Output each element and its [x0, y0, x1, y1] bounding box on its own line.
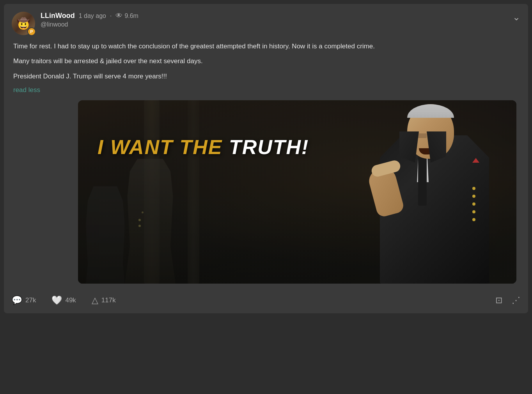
comments-count: 27k [25, 296, 36, 304]
reaction-icon: 🤍 [51, 295, 62, 305]
meme-text: I WANT THE TRUTH! [98, 135, 309, 159]
comment-icon: 💬 [12, 295, 22, 305]
meme-text-part2: TRUTH! [229, 136, 309, 158]
meme-text-part1: I WANT THE [98, 136, 229, 158]
post-paragraph-1: Time for rest. I had to stay up to watch… [13, 41, 520, 51]
post-paragraph-3: President Donald J. Trump will serve 4 m… [13, 71, 520, 82]
avatar[interactable]: P [12, 12, 35, 35]
actions-row: 💬 27k 🤍 49k △ 117k ⊡ ⋰ [12, 291, 520, 305]
parler-badge: P [27, 27, 36, 36]
read-less-button[interactable]: read less [13, 86, 40, 94]
share-icon: ⋰ [512, 295, 520, 305]
repost-action[interactable]: ⊡ [495, 295, 502, 305]
views-number: 9.6m [124, 12, 138, 20]
upvotes-count: 117k [101, 296, 116, 304]
meme-scene: I WANT THE TRUTH! [78, 100, 516, 284]
chevron-down-icon[interactable]: ⌄ [512, 12, 520, 23]
author-name[interactable]: LLinWood [41, 12, 75, 20]
post-header: P LLinWood 1 day ago · 👁 9.6m @linwood [12, 12, 520, 35]
post-paragraph-2: Many traitors will be arrested & jailed … [13, 56, 520, 66]
reactions-action[interactable]: 🤍 49k [51, 295, 76, 305]
share-actions: ⊡ ⋰ [495, 295, 520, 305]
post-time: 1 day ago [79, 12, 106, 20]
views-count: 👁 9.6m [115, 12, 138, 20]
name-row: LLinWood 1 day ago · 👁 9.6m [41, 12, 520, 20]
author-handle[interactable]: @linwood [41, 21, 520, 28]
share-action[interactable]: ⋰ [512, 295, 520, 305]
comments-action[interactable]: 💬 27k [12, 295, 36, 305]
dot-separator: · [110, 12, 112, 20]
repost-icon: ⊡ [495, 295, 502, 305]
post-body: Time for rest. I had to stay up to watch… [12, 41, 520, 100]
eye-icon: 👁 [115, 12, 122, 20]
upvote-icon: △ [92, 295, 98, 305]
post-card: ⌄ P LLinWood 1 day ago · 👁 9.6m @linwood… [4, 4, 528, 313]
post-image[interactable]: I WANT THE TRUTH! [78, 100, 516, 284]
reactions-count: 49k [65, 296, 76, 304]
upvotes-action[interactable]: △ 117k [92, 295, 116, 305]
author-info: LLinWood 1 day ago · 👁 9.6m @linwood [41, 12, 520, 28]
